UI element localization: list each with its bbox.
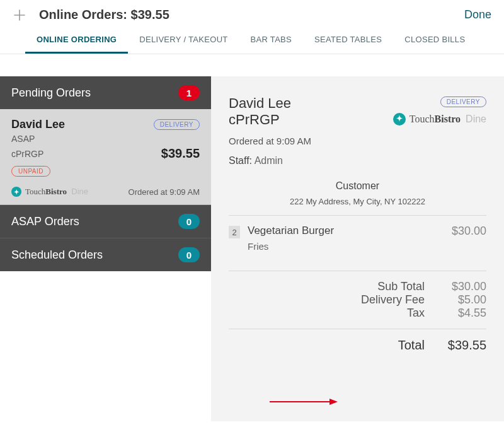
detail-brand-touch: Touch (410, 114, 435, 124)
tax-value: $4.55 (436, 307, 486, 320)
order-customer-name: David Lee (11, 118, 65, 131)
customer-address: 222 My Address, My City, NY 102222 (229, 197, 486, 206)
done-button[interactable]: Done (464, 8, 491, 21)
pending-orders-header[interactable]: Pending Orders 1 (0, 76, 211, 109)
item-qty: 2 (229, 226, 240, 238)
asap-orders-label: ASAP Orders (11, 215, 79, 228)
order-type-pill: DELIVERY (154, 119, 200, 130)
order-unpaid-pill: UNPAID (11, 166, 50, 177)
brand-touch: Touch (25, 187, 45, 196)
brand-suffix: Dine (71, 187, 88, 196)
scheduled-orders-label: Scheduled Orders (11, 249, 103, 262)
order-timing: ASAP (11, 134, 200, 144)
order-amount: $39.55 (161, 146, 200, 161)
scheduled-count-badge: 0 (178, 247, 200, 262)
order-card[interactable]: David Lee DELIVERY ASAP cPrRGP $39.55 UN… (0, 109, 211, 205)
delivery-fee-value: $5.00 (436, 293, 486, 307)
detail-type-pill: DELIVERY (440, 97, 486, 107)
detail-touchbistro-icon: ✦ (393, 113, 406, 126)
item-price: $30.00 (452, 225, 486, 238)
pending-orders-label: Pending Orders (11, 86, 91, 100)
tab-bar-tabs[interactable]: BAR TABS (239, 27, 304, 54)
customer-label: Customer (229, 180, 486, 192)
tab-closed-bills[interactable]: CLOSED BILLS (393, 27, 476, 54)
detail-brand-bistro: Bistro (435, 114, 461, 124)
order-code: cPrRGP (11, 149, 43, 159)
detail-staff: Staff: Admin (229, 155, 486, 167)
divider (229, 329, 486, 329)
touchbistro-brand: ✦ TouchBistro Dine (11, 187, 88, 197)
delivery-fee-label: Delivery Fee (361, 293, 425, 307)
annotation-arrow-icon (270, 395, 339, 408)
staff-label: Staff: (229, 155, 252, 166)
page-title: Online Orders: $39.55 (39, 8, 464, 22)
order-detail-panel: David Lee cPrRGP DELIVERY ✦ TouchBistro … (211, 76, 504, 421)
add-button[interactable] (13, 8, 26, 22)
brand-bistro: Bistro (45, 187, 67, 196)
detail-brand-suffix: Dine (466, 114, 486, 124)
scheduled-orders-header[interactable]: Scheduled Orders 0 (0, 238, 211, 271)
detail-order-code: cPrRGP (229, 112, 291, 128)
tab-seated-tables[interactable]: SEATED TABLES (303, 27, 393, 54)
divider (229, 271, 486, 271)
asap-count-badge: 0 (178, 214, 200, 229)
total-value: $39.55 (436, 338, 486, 353)
touchbistro-icon: ✦ (11, 187, 21, 197)
detail-ordered-at: Ordered at 9:09 AM (229, 136, 486, 146)
detail-touchbistro-brand: ✦ TouchBistro Dine (393, 113, 486, 126)
tabs-bar: ONLINE ORDERING DELIVERY / TAKEOUT BAR T… (0, 27, 504, 54)
subtotal-label: Sub Total (377, 280, 425, 293)
item-name: Vegetarian Burger (248, 225, 452, 237)
svg-marker-1 (329, 399, 338, 405)
item-modifier: Fries (248, 241, 486, 252)
tax-label: Tax (407, 307, 425, 320)
sidebar: Pending Orders 1 David Lee DELIVERY ASAP… (0, 54, 211, 421)
staff-value: Admin (255, 155, 283, 166)
total-label: Total (398, 338, 425, 353)
subtotal-value: $30.00 (436, 280, 486, 293)
line-item: 2 Vegetarian Burger $30.00 (229, 225, 486, 238)
order-time: Ordered at 9:09 AM (129, 187, 200, 197)
detail-customer-name: David Lee (229, 95, 291, 112)
tab-delivery-takeout[interactable]: DELIVERY / TAKEOUT (128, 27, 239, 54)
tab-online-ordering[interactable]: ONLINE ORDERING (25, 27, 128, 54)
asap-orders-header[interactable]: ASAP Orders 0 (0, 205, 211, 238)
divider (229, 215, 486, 216)
pending-count-badge: 1 (178, 85, 200, 100)
